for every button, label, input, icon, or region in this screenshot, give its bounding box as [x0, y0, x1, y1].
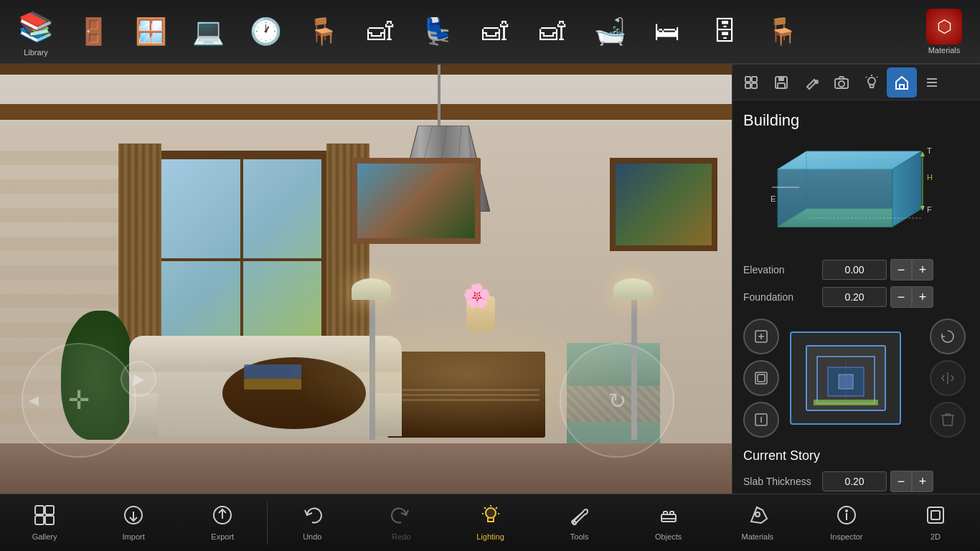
scene-painting — [352, 158, 481, 244]
svg-rect-56 — [35, 516, 44, 524]
svg-point-16 — [868, 77, 875, 85]
foundation-increase-button[interactable]: + — [912, 286, 933, 308]
svg-line-66 — [484, 507, 486, 509]
bottom-gallery-button[interactable]: Gallery — [0, 494, 89, 552]
nav-back-icon: ◀ — [29, 392, 39, 408]
nav-control-left[interactable]: ✛ ◀ — [22, 343, 136, 458]
nav-control-right[interactable]: ↻ — [560, 343, 674, 458]
objects-icon — [658, 504, 679, 531]
top-clock-item[interactable]: 🕐 — [237, 3, 294, 60]
bottom-2d-button[interactable]: 2D — [891, 494, 980, 552]
level-settings-button[interactable] — [743, 360, 779, 396]
svg-point-62 — [486, 508, 496, 518]
bed-icon: 🛏 — [648, 12, 687, 52]
cabinet-icon: 🗄 — [705, 12, 745, 52]
bottom-import-button[interactable]: Import — [89, 494, 178, 552]
nav-forward-icon: ▶ — [133, 370, 144, 387]
panel-select-button[interactable] — [736, 67, 766, 98]
yellow-sofa-icon: 🛋 — [533, 12, 573, 52]
top-chair-red2-item[interactable]: 🪑 — [753, 3, 811, 60]
floor-plan-thumbnail[interactable] — [790, 331, 901, 425]
foundation-field-row: Foundation − + — [743, 286, 969, 308]
panel-paint-button[interactable] — [796, 67, 826, 98]
gallery-icon — [34, 504, 55, 531]
svg-rect-57 — [45, 516, 54, 524]
svg-rect-72 — [670, 512, 674, 514]
export-label: Export — [211, 532, 234, 541]
bottom-redo-button[interactable]: Redo — [357, 494, 446, 552]
add-level-button[interactable] — [743, 319, 779, 354]
panel-toolbar — [732, 65, 980, 100]
elevation-decrease-button[interactable]: − — [890, 259, 912, 281]
panel-save-button[interactable] — [766, 67, 796, 98]
rotate-building-button[interactable] — [930, 319, 966, 354]
bottom-undo-button[interactable]: Undo — [268, 494, 357, 552]
scene-dresser — [387, 352, 545, 438]
svg-rect-6 — [745, 77, 750, 82]
copy-level-button[interactable] — [743, 402, 779, 438]
top-laptop-item[interactable]: 💻 — [179, 3, 237, 60]
top-materials-button[interactable]: ⬡ Materials — [915, 3, 973, 60]
elevation-increase-button[interactable]: + — [912, 259, 933, 281]
svg-rect-12 — [778, 83, 785, 88]
bathtub-icon: 🛁 — [590, 12, 630, 52]
svg-rect-20 — [900, 85, 904, 89]
red-chair-icon: 🪑 — [303, 12, 343, 52]
bottom-export-button[interactable]: Export — [178, 494, 267, 552]
library-icon: 📚 — [17, 7, 56, 47]
nav-mini-circle[interactable]: ▶ — [121, 361, 156, 397]
mirror-button[interactable] — [930, 360, 966, 396]
svg-line-18 — [866, 77, 867, 77]
top-chair-pink-item[interactable]: 💺 — [409, 3, 466, 60]
svg-text:T: T — [927, 146, 932, 155]
clock-icon: 🕐 — [246, 12, 286, 52]
building-title: Building — [743, 111, 969, 130]
top-window-item[interactable]: 🪟 — [122, 3, 179, 60]
top-sofa-yellow-item[interactable]: 🛋 — [524, 3, 581, 60]
slab-thickness-input[interactable] — [822, 471, 887, 491]
top-armchair-yellow-item[interactable]: 🛋 — [352, 3, 409, 60]
bottom-tools-button[interactable]: Tools — [535, 494, 624, 552]
slab-thickness-decrease-button[interactable]: − — [890, 471, 912, 492]
svg-point-77 — [846, 510, 847, 512]
lamp-cord — [438, 65, 440, 129]
floor-lamp-left-shade — [352, 278, 391, 300]
delete-level-button[interactable] — [930, 402, 966, 438]
panel-camera-button[interactable] — [826, 67, 857, 98]
bottom-inspector-button[interactable]: Inspector — [802, 494, 891, 552]
nav-rotate-icon: ↻ — [608, 388, 626, 413]
top-bed-item[interactable]: 🛏 — [639, 3, 696, 60]
svg-point-69 — [573, 522, 576, 524]
materials-bottom-icon — [747, 504, 768, 531]
top-door-item[interactable]: 🚪 — [65, 3, 122, 60]
foundation-decrease-button[interactable]: − — [890, 286, 912, 308]
laptop-icon: 💻 — [189, 12, 228, 52]
top-chair-red-item[interactable]: 🪑 — [294, 3, 352, 60]
window-icon: 🪟 — [131, 12, 171, 52]
svg-rect-44 — [758, 375, 765, 382]
svg-rect-9 — [752, 83, 757, 88]
right-button-column — [930, 319, 969, 438]
top-library-button[interactable]: 📚 Library — [7, 3, 65, 60]
top-bathtub-item[interactable]: 🛁 — [581, 3, 639, 60]
elevation-input[interactable] — [822, 260, 887, 280]
top-cabinet-item[interactable]: 🗄 — [696, 3, 753, 60]
svg-point-15 — [839, 81, 844, 87]
foundation-input[interactable] — [822, 287, 887, 307]
red-chair2-icon: 🪑 — [763, 12, 802, 52]
foundation-label: Foundation — [743, 291, 822, 303]
scene-vase: 🌸 — [459, 296, 502, 354]
bottom-objects-button[interactable]: Objects — [624, 494, 713, 552]
lighting-icon — [480, 504, 501, 531]
slab-thickness-increase-button[interactable]: + — [912, 471, 933, 492]
panel-light-button[interactable] — [857, 67, 887, 98]
top-sofa-pink-item[interactable]: 🛋 — [466, 3, 524, 60]
materials-label: Materials — [928, 46, 961, 55]
bottom-materials-button[interactable]: Materials — [713, 494, 802, 552]
panel-list-button[interactable] — [917, 67, 947, 98]
bottom-lighting-button[interactable]: Lighting — [446, 494, 534, 552]
viewport: 🌸 ✛ ◀ ▶ — [0, 65, 732, 501]
yellow-armchair-icon: 🛋 — [361, 12, 400, 52]
svg-text:H: H — [927, 173, 933, 182]
panel-home-button[interactable] — [887, 67, 917, 98]
